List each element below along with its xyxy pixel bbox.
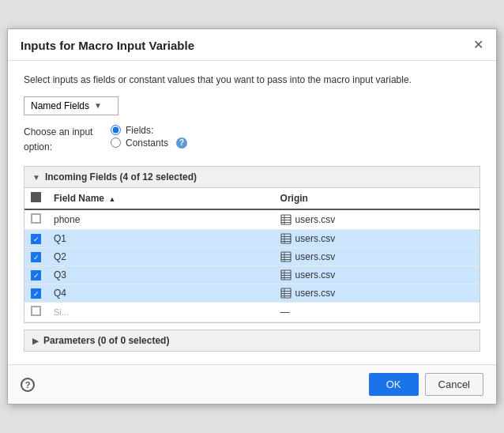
dialog-header: Inputs for Macro Input Variable ✕ xyxy=(8,29,496,61)
table-row[interactable]: ✓Q1 users.csv xyxy=(24,230,480,248)
dialog-footer: ? OK Cancel xyxy=(8,364,496,404)
dialog-body: Select inputs as fields or constant valu… xyxy=(8,61,496,364)
origin-cell: users.csv xyxy=(274,284,480,303)
table-data-icon xyxy=(280,288,291,299)
choose-input-label: Choose an input option: xyxy=(24,125,95,155)
footer-help-icon[interactable]: ? xyxy=(21,378,35,392)
table-row[interactable]: ✓Q2 users.csv xyxy=(24,248,480,266)
table-data-icon xyxy=(280,251,291,262)
table-data-icon xyxy=(280,269,291,281)
checkbox-checked-icon[interactable]: ✓ xyxy=(31,252,41,262)
table-body: phone users.csv ✓Q1 xyxy=(24,209,480,322)
ok-button[interactable]: OK xyxy=(369,373,419,396)
table-data-icon xyxy=(280,233,291,244)
header-checkbox-cell[interactable] xyxy=(24,188,47,209)
parameters-arrow-icon: ▶ xyxy=(32,337,39,345)
origin-cell: users.csv xyxy=(274,209,480,230)
table-row[interactable]: Si...— xyxy=(24,303,480,322)
radio-fields-label: Fields: xyxy=(126,125,153,136)
checkbox-checked-icon[interactable]: ✓ xyxy=(31,288,41,299)
radio-constants[interactable] xyxy=(111,137,121,148)
row-checkbox-cell[interactable] xyxy=(24,303,47,322)
field-name-truncated: Si... xyxy=(54,307,69,317)
incoming-fields-arrow-icon: ▼ xyxy=(32,173,40,182)
table-row[interactable]: ✓Q3 users.csv xyxy=(24,266,480,284)
row-checkbox-cell[interactable]: ✓ xyxy=(24,266,47,284)
origin-text: users.csv xyxy=(295,288,336,299)
checkbox-checked-icon[interactable]: ✓ xyxy=(31,270,41,281)
field-name-cell: Q2 xyxy=(47,248,274,266)
row-checkbox-cell[interactable]: ✓ xyxy=(24,248,47,266)
incoming-fields-header[interactable]: ▼ Incoming Fields (4 of 12 selected) xyxy=(24,166,480,188)
table-row[interactable]: ✓Q4 users.csv xyxy=(24,284,480,303)
origin-header: Origin xyxy=(274,188,480,209)
sort-arrow-icon: ▲ xyxy=(108,195,115,203)
dropdown-arrow-icon: ▼ xyxy=(94,101,102,110)
field-name-cell: phone xyxy=(47,209,274,230)
dropdown-label: Named Fields xyxy=(31,100,89,111)
origin-cell: users.csv xyxy=(274,230,480,248)
incoming-fields-title: Incoming Fields (4 of 12 selected) xyxy=(45,171,197,183)
cancel-button[interactable]: Cancel xyxy=(425,373,483,396)
radio-fields-item[interactable]: Fields: xyxy=(111,125,187,136)
origin-text: users.csv xyxy=(295,233,336,244)
dropdown-row: Named Fields ▼ xyxy=(24,96,480,115)
checkbox-checked-icon[interactable]: ✓ xyxy=(31,234,41,244)
radio-constants-label: Constants xyxy=(126,137,168,149)
close-button[interactable]: ✕ xyxy=(473,39,483,51)
description-text: Select inputs as fields or constant valu… xyxy=(24,73,480,87)
checkbox-unchecked-icon[interactable] xyxy=(31,213,41,224)
main-dialog: Inputs for Macro Input Variable ✕ Select… xyxy=(7,28,497,405)
incoming-fields-section: ▼ Incoming Fields (4 of 12 selected) Fie… xyxy=(24,166,480,323)
field-name-cell: Si... xyxy=(47,303,274,322)
field-name-cell: Q3 xyxy=(47,266,274,284)
table-data-icon xyxy=(280,214,291,225)
origin-content: users.csv xyxy=(280,214,473,225)
origin-content: users.csv xyxy=(280,288,473,299)
parameters-section[interactable]: ▶ Parameters (0 of 0 selected) xyxy=(24,329,480,352)
radio-constants-item[interactable]: Constants ? xyxy=(111,137,187,149)
origin-content: users.csv xyxy=(280,269,473,281)
origin-dash: — xyxy=(280,307,290,318)
parameters-title: Parameters (0 of 0 selected) xyxy=(43,335,169,346)
constants-help-icon[interactable]: ? xyxy=(176,137,187,149)
origin-cell: — xyxy=(274,303,480,322)
origin-text: users.csv xyxy=(295,251,336,262)
incoming-fields-table-container[interactable]: Field Name ▲ Origin phone xyxy=(24,188,480,323)
field-name-cell: Q4 xyxy=(47,284,274,303)
origin-text: users.csv xyxy=(295,269,336,281)
header-checkbox-mixed[interactable] xyxy=(31,192,41,202)
row-checkbox-cell[interactable]: ✓ xyxy=(24,230,47,248)
table-row[interactable]: phone users.csv xyxy=(24,209,480,230)
field-name-header[interactable]: Field Name ▲ xyxy=(47,188,274,209)
named-fields-dropdown[interactable]: Named Fields ▼ xyxy=(24,96,118,115)
dialog-title: Inputs for Macro Input Variable xyxy=(21,39,194,52)
origin-content: users.csv xyxy=(280,233,473,244)
origin-content: users.csv xyxy=(280,251,473,262)
incoming-fields-table: Field Name ▲ Origin phone xyxy=(24,188,480,322)
input-option-row: Choose an input option: Fields: Constant… xyxy=(24,125,480,155)
row-checkbox-cell[interactable]: ✓ xyxy=(24,284,47,303)
radio-fields[interactable] xyxy=(111,125,121,135)
origin-cell: users.csv xyxy=(274,266,480,284)
input-radio-group: Fields: Constants ? xyxy=(111,125,187,149)
field-name-cell: Q1 xyxy=(47,230,274,248)
footer-buttons: OK Cancel xyxy=(369,373,483,396)
table-header-row: Field Name ▲ Origin xyxy=(24,188,480,209)
origin-cell: users.csv xyxy=(274,248,480,266)
checkbox-unchecked-icon[interactable] xyxy=(31,306,41,316)
row-checkbox-cell[interactable] xyxy=(24,209,47,230)
origin-text: users.csv xyxy=(295,214,336,225)
